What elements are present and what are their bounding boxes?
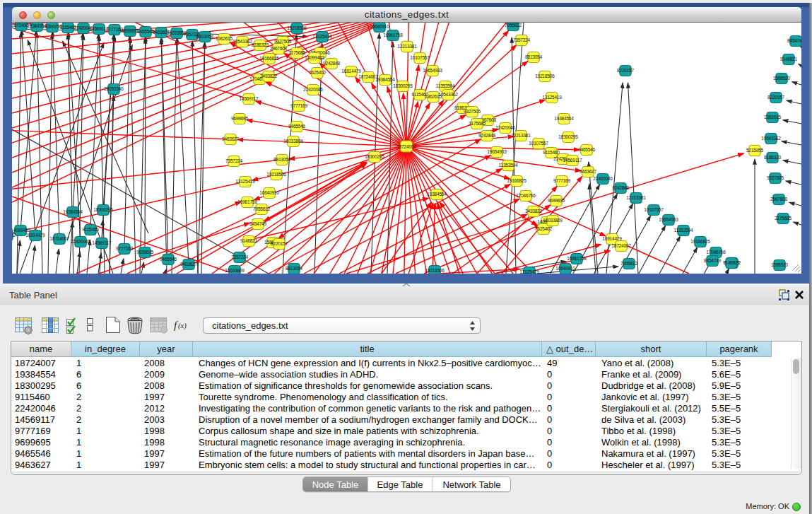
svg-text:9146821: 9146821 xyxy=(240,238,257,243)
svg-text:8454749: 8454749 xyxy=(704,258,721,263)
svg-text:9146821: 9146821 xyxy=(780,57,797,62)
svg-text:3175685: 3175685 xyxy=(775,216,792,221)
svg-text:9463627: 9463627 xyxy=(180,262,197,267)
svg-text:7357224: 7357224 xyxy=(225,158,242,163)
svg-text:3493822: 3493822 xyxy=(525,209,542,214)
svg-text:9777169: 9777169 xyxy=(116,246,133,251)
svg-text:10543362: 10543362 xyxy=(233,39,252,44)
svg-text:16033809: 16033809 xyxy=(225,268,245,273)
svg-text:19218506: 19218506 xyxy=(287,25,307,30)
svg-text:3493822: 3493822 xyxy=(260,74,277,78)
svg-text:(x): (x) xyxy=(178,322,187,330)
svg-text:16961758: 16961758 xyxy=(237,199,257,204)
svg-text:19166825: 19166825 xyxy=(507,178,526,183)
svg-text:16640910: 16640910 xyxy=(370,24,389,29)
svg-text:19654933: 19654933 xyxy=(423,68,442,73)
svg-text:9115460: 9115460 xyxy=(82,227,99,232)
svg-text:9327505: 9327505 xyxy=(464,109,481,114)
svg-text:10107557: 10107557 xyxy=(410,55,430,60)
svg-text:13125419: 13125419 xyxy=(235,179,255,184)
svg-text:10543362: 10543362 xyxy=(761,136,781,141)
svg-text:9777169: 9777169 xyxy=(290,103,307,108)
svg-text:22420046: 22420046 xyxy=(303,87,323,92)
svg-text:19384554: 19384554 xyxy=(427,192,447,197)
svg-text:11353594: 11353594 xyxy=(499,163,518,168)
svg-text:14099483: 14099483 xyxy=(12,228,30,233)
svg-text:8186323: 8186323 xyxy=(764,155,781,160)
svg-text:19384554: 19384554 xyxy=(63,209,83,214)
svg-text:16640910: 16640910 xyxy=(555,266,575,271)
svg-text:7955812: 7955812 xyxy=(620,261,637,266)
svg-text:10107557: 10107557 xyxy=(644,207,664,212)
svg-text:19166825: 19166825 xyxy=(690,239,710,244)
svg-text:9699695: 9699695 xyxy=(122,28,139,33)
svg-text:9463627: 9463627 xyxy=(222,136,239,141)
svg-text:9242848: 9242848 xyxy=(478,133,495,138)
svg-text:16961758: 16961758 xyxy=(567,256,587,261)
svg-text:9327505: 9327505 xyxy=(767,175,784,180)
svg-text:18724007: 18724007 xyxy=(611,243,631,248)
svg-text:1362615: 1362615 xyxy=(764,115,781,119)
svg-text:13125419: 13125419 xyxy=(519,269,539,274)
svg-text:9699695: 9699695 xyxy=(136,250,153,255)
svg-text:19384554: 19384554 xyxy=(554,116,574,121)
svg-text:16914479: 16914479 xyxy=(25,233,45,238)
svg-text:8813054: 8813054 xyxy=(525,54,542,59)
svg-text:14099483: 14099483 xyxy=(305,55,324,60)
svg-text:14569117: 14569117 xyxy=(563,158,582,163)
svg-text:5215955: 5215955 xyxy=(746,148,763,153)
svg-text:9699695: 9699695 xyxy=(548,198,565,203)
svg-text:9465546: 9465546 xyxy=(288,124,305,129)
svg-text:16033809: 16033809 xyxy=(543,218,563,223)
svg-text:17046766: 17046766 xyxy=(706,250,726,255)
svg-text:9146821: 9146821 xyxy=(723,260,740,265)
svg-text:19654933: 19654933 xyxy=(659,217,678,222)
svg-text:16914479: 16914479 xyxy=(341,69,361,74)
svg-text:8186323: 8186323 xyxy=(252,42,269,47)
svg-text:8220157: 8220157 xyxy=(617,68,634,73)
svg-text:9777169: 9777169 xyxy=(553,178,570,183)
svg-text:19654933: 19654933 xyxy=(487,149,507,154)
svg-text:19218506: 19218506 xyxy=(425,268,445,273)
svg-text:1588520: 1588520 xyxy=(773,76,790,81)
svg-text:9242848: 9242848 xyxy=(323,61,340,66)
svg-text:12213381: 12213381 xyxy=(511,133,531,138)
svg-text:11353594: 11353594 xyxy=(674,228,693,233)
svg-text:7625402: 7625402 xyxy=(309,70,326,75)
svg-text:9115460: 9115460 xyxy=(543,150,560,155)
svg-text:19166825: 19166825 xyxy=(259,56,279,61)
svg-text:11353594: 11353594 xyxy=(436,83,455,88)
svg-text:3175685: 3175685 xyxy=(288,50,305,55)
svg-text:9777169: 9777169 xyxy=(106,27,123,32)
svg-text:9465546: 9465546 xyxy=(160,257,177,262)
svg-text:19218506: 19218506 xyxy=(266,172,286,177)
svg-text:18300295: 18300295 xyxy=(393,83,413,88)
svg-text:18724007: 18724007 xyxy=(49,236,69,241)
svg-text:28053346: 28053346 xyxy=(104,86,124,91)
svg-text:9699695: 9699695 xyxy=(231,116,248,121)
svg-text:19384554: 19384554 xyxy=(375,77,395,82)
svg-text:17046766: 17046766 xyxy=(516,193,536,198)
svg-text:7357224: 7357224 xyxy=(513,37,530,42)
svg-text:16033809: 16033809 xyxy=(283,139,303,144)
svg-text:22420046: 22420046 xyxy=(593,176,613,181)
svg-text:1588520: 1588520 xyxy=(771,262,788,267)
svg-text:7955812: 7955812 xyxy=(505,23,522,28)
svg-text:9465546: 9465546 xyxy=(137,29,154,34)
svg-text:13125419: 13125419 xyxy=(312,34,332,39)
svg-text:18724007: 18724007 xyxy=(396,144,416,149)
svg-text:2967608: 2967608 xyxy=(270,46,287,51)
svg-text:16961758: 16961758 xyxy=(383,33,403,37)
svg-text:16640910: 16640910 xyxy=(259,190,279,195)
svg-text:3175685: 3175685 xyxy=(469,121,486,126)
svg-text:2967608: 2967608 xyxy=(770,197,787,201)
svg-text:22420046: 22420046 xyxy=(495,125,515,130)
svg-text:8220157: 8220157 xyxy=(767,95,784,100)
svg-text:10107557: 10107557 xyxy=(529,141,548,146)
svg-text:7625402: 7625402 xyxy=(12,233,16,238)
svg-text:13125419: 13125419 xyxy=(542,95,562,100)
svg-text:19218506: 19218506 xyxy=(535,74,555,78)
svg-text:18300295: 18300295 xyxy=(558,134,578,139)
svg-text:9463627: 9463627 xyxy=(579,169,596,174)
svg-text:8220157: 8220157 xyxy=(271,241,288,246)
